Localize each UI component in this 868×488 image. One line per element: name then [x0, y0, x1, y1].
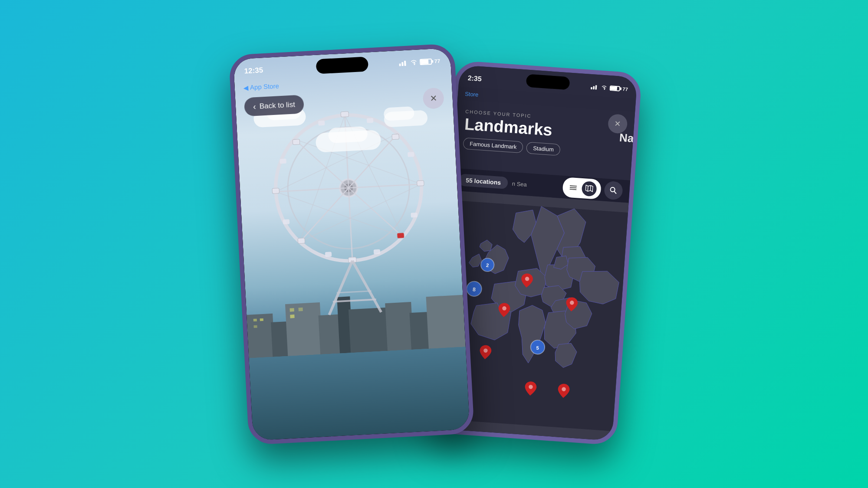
back-chevron: ‹ — [253, 102, 256, 111]
battery-icon-2 — [609, 85, 620, 91]
svg-rect-31 — [392, 134, 399, 139]
app-store-link-1[interactable]: ◀ App Store — [243, 82, 279, 92]
map-icon — [585, 184, 593, 193]
svg-rect-35 — [298, 238, 305, 243]
battery-pct-1: 77 — [434, 58, 440, 64]
status-time-1: 12:35 — [244, 66, 263, 75]
svg-rect-36 — [272, 188, 279, 193]
svg-line-58 — [570, 186, 577, 186]
svg-line-23 — [294, 134, 403, 242]
svg-rect-41 — [374, 249, 381, 254]
svg-line-49 — [337, 291, 372, 292]
lines-icon — [569, 185, 577, 190]
list-map-toggle[interactable] — [562, 177, 602, 199]
svg-rect-55 — [593, 86, 595, 89]
map-controls — [562, 177, 623, 201]
phone-1: 12:35 77 — [229, 43, 474, 445]
wifi-icon-1 — [410, 59, 418, 65]
dynamic-island-2 — [526, 74, 570, 90]
partial-nav-text: Na› — [619, 131, 638, 145]
svg-line-60 — [569, 189, 576, 190]
locations-count: 55 locations — [458, 174, 508, 189]
list-view-icon[interactable] — [567, 181, 580, 194]
svg-point-64 — [610, 187, 615, 192]
svg-marker-61 — [585, 185, 593, 191]
svg-rect-10 — [253, 325, 257, 328]
svg-rect-38 — [367, 118, 374, 123]
svg-rect-56 — [595, 85, 597, 89]
battery-icon-1 — [420, 58, 432, 65]
svg-rect-37 — [293, 139, 300, 144]
back-button-label: Back to list — [259, 100, 295, 110]
status-icons-2: 77 — [590, 84, 628, 92]
ferris-wheel — [261, 84, 441, 396]
svg-line-65 — [614, 191, 616, 193]
svg-text:8: 8 — [472, 286, 476, 292]
svg-rect-30 — [341, 111, 349, 117]
svg-rect-39 — [408, 152, 414, 157]
status-icons-1: 77 — [399, 58, 441, 66]
dynamic-island-1 — [316, 56, 369, 74]
svg-rect-11 — [260, 318, 263, 321]
svg-rect-54 — [591, 87, 592, 89]
famous-landmark-tag[interactable]: Famous Landmark — [463, 137, 523, 153]
app-store-link-2[interactable]: Store — [465, 90, 479, 98]
back-to-list-button[interactable]: ‹ Back to list — [244, 95, 304, 116]
svg-text:2: 2 — [486, 262, 489, 268]
svg-line-63 — [590, 185, 591, 190]
svg-line-47 — [352, 259, 381, 313]
svg-line-59 — [570, 187, 577, 188]
battery-pct-2: 77 — [622, 86, 628, 92]
svg-rect-43 — [283, 219, 290, 224]
phones-container: 12:35 77 — [239, 32, 629, 457]
svg-rect-52 — [404, 60, 406, 66]
signal-icon-2 — [590, 84, 598, 89]
svg-line-62 — [588, 186, 588, 191]
svg-line-48 — [333, 299, 376, 301]
close-icon-2: ✕ — [614, 118, 621, 128]
search-button[interactable] — [604, 180, 623, 200]
svg-line-46 — [326, 260, 355, 314]
close-icon-1: ✕ — [430, 93, 437, 104]
svg-point-57 — [604, 88, 605, 90]
status-time-2: 2:35 — [467, 74, 482, 83]
wifi-icon-2 — [601, 85, 607, 90]
svg-rect-33 — [397, 233, 404, 238]
sea-label: n Sea — [512, 180, 527, 187]
svg-rect-45 — [318, 120, 325, 125]
map-view-icon[interactable] — [581, 181, 597, 197]
svg-point-53 — [414, 64, 415, 65]
signal-icon-1 — [399, 59, 408, 66]
svg-rect-32 — [417, 180, 424, 186]
svg-rect-9 — [253, 318, 257, 321]
svg-rect-50 — [399, 63, 401, 66]
search-icon — [609, 186, 618, 194]
svg-line-27 — [276, 185, 403, 243]
svg-rect-44 — [279, 158, 286, 164]
svg-rect-51 — [401, 62, 403, 66]
svg-rect-42 — [325, 252, 332, 257]
stadium-tag[interactable]: Stadium — [526, 141, 560, 155]
svg-rect-40 — [411, 212, 418, 217]
